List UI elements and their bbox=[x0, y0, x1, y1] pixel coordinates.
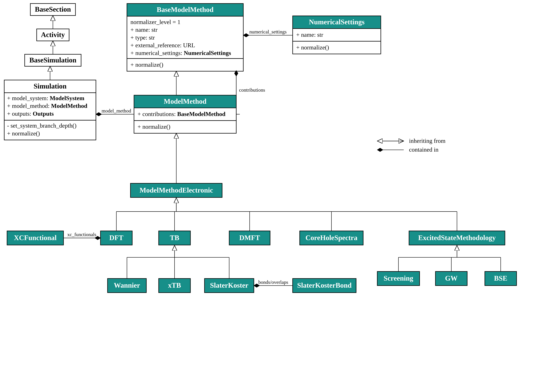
class-TB: TB bbox=[159, 231, 190, 245]
class-ModelMethod: ModelMethod + contributions: BaseModelMe… bbox=[134, 95, 236, 133]
BaseModelMethod-attr-0: normalizer_level = 1 bbox=[130, 19, 180, 25]
TB-title: TB bbox=[170, 234, 179, 242]
BaseModelMethod-title: BaseModelMethod bbox=[157, 6, 214, 13]
GW-title: GW bbox=[445, 274, 458, 282]
xTB-title: xTB bbox=[168, 281, 181, 289]
Simulation-title: Simulation bbox=[34, 82, 67, 90]
class-SlaterKoster: SlaterKoster bbox=[204, 278, 254, 293]
ModelMethod-title: ModelMethod bbox=[164, 97, 206, 105]
BaseSimulation-title: BaseSimulation bbox=[29, 56, 76, 64]
class-Wannier: Wannier bbox=[107, 278, 146, 293]
BaseModelMethod-op-0: + normalize() bbox=[130, 61, 163, 68]
class-BaseSection: BaseSection bbox=[30, 4, 75, 15]
edge-model-method-label: model_method bbox=[102, 108, 131, 114]
BSE-title: BSE bbox=[494, 274, 507, 282]
class-xTB: xTB bbox=[159, 278, 190, 293]
Wannier-title: Wannier bbox=[114, 281, 140, 289]
class-BaseSimulation: BaseSimulation bbox=[25, 54, 81, 66]
XCFunctional-title: XCFunctional bbox=[14, 234, 57, 242]
DMFT-title: DMFT bbox=[239, 234, 260, 242]
class-DFT: DFT bbox=[101, 231, 132, 245]
class-SlaterKosterBond: SlaterKosterBond bbox=[293, 278, 356, 293]
ModelMethod-attr-0: + contributions: BaseModelMethod bbox=[137, 111, 226, 117]
NumericalSettings-title: NumericalSettings bbox=[309, 18, 365, 26]
Activity-title: Activity bbox=[41, 31, 65, 39]
class-Activity: Activity bbox=[37, 29, 69, 41]
legend-contained-label: contained in bbox=[409, 146, 438, 153]
NumericalSettings-attr-0: + name: str bbox=[296, 31, 323, 38]
class-ModelMethodElectronic: ModelMethodElectronic bbox=[130, 183, 222, 197]
uml-diagram: BaseSection Activity BaseSimulation Simu… bbox=[0, 0, 543, 321]
ModelMethodElectronic-title: ModelMethodElectronic bbox=[140, 186, 213, 194]
CoreHoleSpectra-title: CoreHoleSpectra bbox=[305, 234, 357, 242]
SlaterKosterBond-title: SlaterKosterBond bbox=[297, 281, 351, 289]
class-BaseModelMethod: BaseModelMethod normalizer_level = 1 + n… bbox=[127, 4, 243, 71]
BaseSection-title: BaseSection bbox=[35, 5, 71, 13]
Simulation-op-0: - set_system_branch_depth() bbox=[7, 122, 76, 129]
legend: inheriting from contained in bbox=[377, 137, 446, 153]
Simulation-op-1: + normalize() bbox=[7, 130, 40, 137]
class-DMFT: DMFT bbox=[229, 231, 270, 245]
BaseModelMethod-attr-2: + type: str bbox=[130, 34, 155, 41]
BaseModelMethod-attr-1: + name: str bbox=[130, 26, 158, 33]
Screening-title: Screening bbox=[384, 274, 413, 282]
BaseModelMethod-attr-4: + numerical_settings: NumericalSettings bbox=[130, 50, 231, 56]
BaseModelMethod-attr-3: + external_reference: URL bbox=[130, 42, 195, 49]
Simulation-attr-2: + outputs: Outputs bbox=[7, 110, 54, 117]
ExcitedStateMethodology-title: ExcitedStateMethodology bbox=[418, 234, 496, 242]
ModelMethod-op-0: + normalize() bbox=[137, 123, 170, 130]
class-XCFunctional: XCFunctional bbox=[7, 231, 63, 245]
edge-numerical-settings-label: numerical_settings bbox=[249, 29, 287, 34]
class-GW: GW bbox=[436, 272, 467, 286]
class-Simulation: Simulation + model_system: ModelSystem +… bbox=[4, 80, 96, 140]
legend-inherit-label: inheriting from bbox=[409, 137, 446, 144]
class-CoreHoleSpectra: CoreHoleSpectra bbox=[300, 231, 363, 245]
Simulation-attr-1: + model_method: ModelMethod bbox=[7, 103, 87, 109]
Simulation-attr-0: + model_system: ModelSystem bbox=[7, 95, 84, 102]
class-Screening: Screening bbox=[377, 272, 420, 286]
SlaterKoster-title: SlaterKoster bbox=[210, 281, 248, 289]
NumericalSettings-op-0: + normalize() bbox=[296, 44, 329, 51]
edge-bonds-overlaps-label: bonds/overlaps bbox=[258, 279, 288, 285]
edge-contributions-label: contributions bbox=[239, 87, 265, 93]
class-BSE: BSE bbox=[485, 272, 516, 286]
class-NumericalSettings: NumericalSettings + name: str + normaliz… bbox=[293, 16, 381, 54]
edge-xc-functionals-label: xc_functionals bbox=[67, 232, 96, 237]
class-ExcitedStateMethodology: ExcitedStateMethodology bbox=[409, 231, 505, 245]
DFT-title: DFT bbox=[109, 234, 124, 242]
